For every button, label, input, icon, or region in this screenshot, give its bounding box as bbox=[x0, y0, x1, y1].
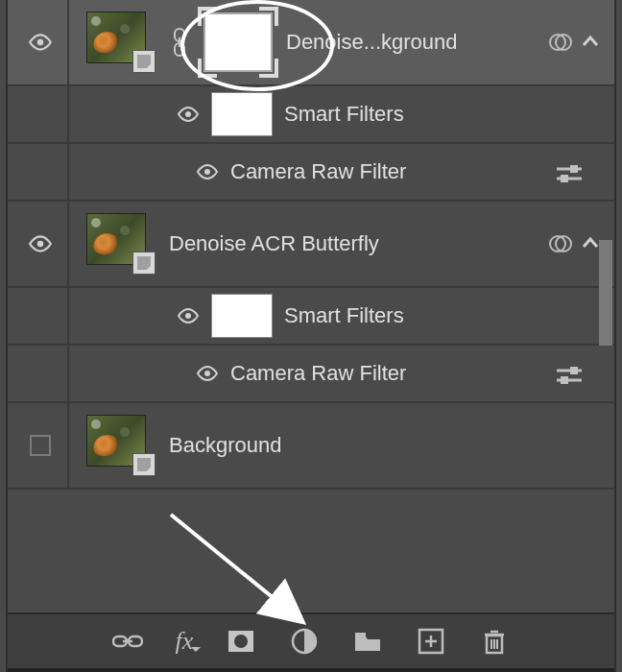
layers-scrollbar[interactable] bbox=[599, 240, 612, 346]
smart-filters-row[interactable]: Smart Filters bbox=[8, 86, 614, 144]
layer-mask-thumbnail[interactable] bbox=[203, 12, 273, 72]
collapse-chevron-icon[interactable] bbox=[580, 32, 601, 53]
svg-point-16 bbox=[204, 371, 210, 376]
smart-filters-label: Smart Filters bbox=[284, 102, 404, 127]
smart-object-badge-icon bbox=[132, 50, 156, 73]
filter-blending-options-icon[interactable] bbox=[555, 363, 584, 388]
svg-rect-11 bbox=[561, 175, 568, 182]
annotation-arrow bbox=[152, 509, 334, 634]
smart-filters-row[interactable]: Smart Filters bbox=[8, 288, 614, 346]
filter-row-camera-raw[interactable]: Camera Raw Filter bbox=[8, 144, 614, 202]
filter-mask-thumbnail[interactable] bbox=[211, 92, 273, 136]
link-mask-icon[interactable] bbox=[169, 25, 190, 60]
delete-layer-icon[interactable] bbox=[479, 626, 510, 657]
svg-point-15 bbox=[185, 313, 191, 319]
filter-row-camera-raw[interactable]: Camera Raw Filter bbox=[8, 346, 614, 403]
new-layer-icon[interactable] bbox=[416, 626, 446, 657]
link-layers-icon[interactable] bbox=[112, 626, 143, 657]
filter-name-label[interactable]: Camera Raw Filter bbox=[230, 361, 406, 386]
layer-name-label[interactable]: Background bbox=[169, 433, 281, 458]
smart-object-badge-icon bbox=[132, 252, 156, 275]
svg-point-12 bbox=[37, 241, 44, 248]
svg-rect-20 bbox=[561, 376, 568, 384]
svg-point-25 bbox=[234, 635, 248, 648]
visibility-eye-icon[interactable] bbox=[28, 30, 53, 55]
advanced-blending-icon[interactable] bbox=[547, 230, 574, 257]
layer-row-denoise-bg[interactable]: Denoise...kground bbox=[8, 0, 614, 86]
layer-row-background[interactable]: Background bbox=[8, 403, 614, 490]
layer-name-label[interactable]: Denoise ACR Butterfly bbox=[169, 231, 379, 256]
visibility-off-box[interactable] bbox=[30, 435, 51, 456]
layer-thumbnail[interactable] bbox=[86, 415, 156, 476]
visibility-eye-icon[interactable] bbox=[196, 362, 219, 385]
svg-point-0 bbox=[37, 39, 44, 46]
layers-panel: Denoise...kground Smart Filters C bbox=[6, 0, 616, 672]
filter-blending-options-icon[interactable] bbox=[555, 161, 584, 186]
new-group-icon[interactable] bbox=[352, 626, 383, 657]
filter-mask-thumbnail[interactable] bbox=[211, 294, 273, 338]
layer-thumbnail[interactable] bbox=[86, 213, 156, 275]
collapse-chevron-icon[interactable] bbox=[580, 233, 601, 254]
visibility-eye-icon[interactable] bbox=[196, 160, 219, 183]
svg-rect-9 bbox=[570, 165, 578, 173]
smart-filters-label: Smart Filters bbox=[284, 303, 404, 328]
filter-name-label[interactable]: Camera Raw Filter bbox=[230, 159, 406, 184]
layer-row-denoise-butterfly[interactable]: Denoise ACR Butterfly bbox=[8, 202, 614, 288]
smart-object-badge-icon bbox=[132, 453, 156, 476]
visibility-eye-icon[interactable] bbox=[28, 231, 53, 256]
layer-thumbnail[interactable] bbox=[86, 12, 156, 73]
svg-rect-18 bbox=[570, 367, 578, 374]
svg-line-37 bbox=[171, 515, 300, 620]
advanced-blending-icon[interactable] bbox=[547, 29, 574, 56]
svg-rect-27 bbox=[355, 633, 366, 637]
layer-name-label[interactable]: Denoise...kground bbox=[286, 30, 458, 55]
visibility-eye-icon[interactable] bbox=[177, 103, 200, 126]
svg-point-6 bbox=[185, 111, 191, 117]
svg-point-7 bbox=[204, 169, 210, 175]
visibility-eye-icon[interactable] bbox=[177, 304, 200, 327]
